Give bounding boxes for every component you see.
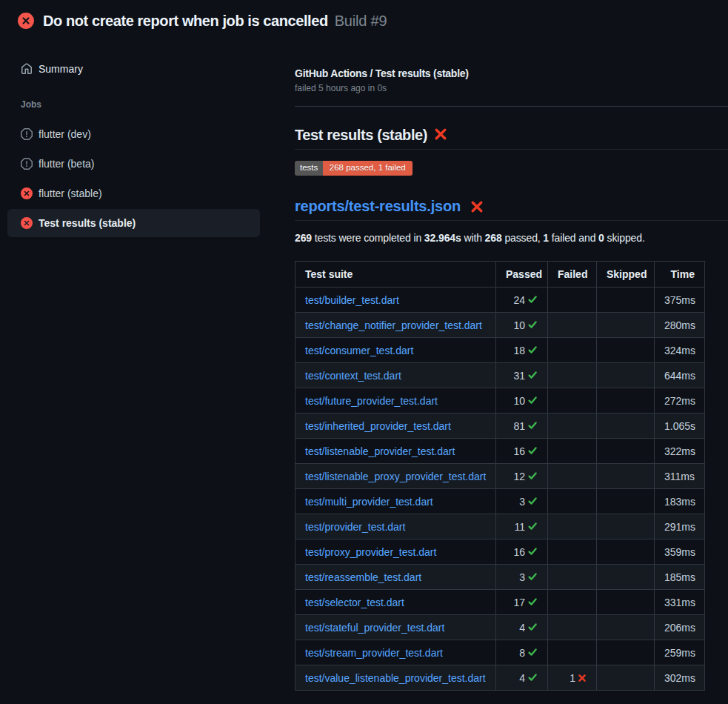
cell-test-suite: test/builder_test.dart [295,288,496,313]
table-row: test/change_notifier_provider_test.dart1… [295,313,705,338]
cell-test-suite: test/inherited_provider_test.dart [295,414,496,439]
test-suite-link[interactable]: test/value_listenable_provider_test.dart [305,672,486,684]
test-suite-link[interactable]: test/provider_test.dart [305,521,405,533]
check-icon [527,420,538,431]
cross-icon [578,674,587,683]
cell-skipped [597,414,655,439]
sidebar-job-item[interactable]: Test results (stable) [7,209,260,237]
cross-mark-icon [470,199,484,214]
check-icon [527,622,538,632]
sidebar-item-summary[interactable]: Summary [7,55,260,83]
home-icon [21,63,33,75]
cell-failed [548,464,597,489]
cell-test-suite: test/proxy_provider_test.dart [295,539,496,565]
cell-skipped [597,313,655,338]
check-icon [527,571,538,582]
cell-test-suite: test/stateful_provider_test.dart [295,615,496,640]
cell-skipped [597,565,655,590]
cell-skipped [597,640,655,665]
column-header-passed: Passed [496,262,548,288]
table-row: test/consumer_test.dart18324ms [295,338,705,363]
table-row: test/context_test.dart31644ms [295,363,705,388]
cell-skipped [597,514,655,539]
cell-test-suite: test/context_test.dart [295,363,496,388]
test-suite-link[interactable]: test/listenable_provider_test.dart [305,445,455,457]
test-suite-link[interactable]: test/listenable_proxy_provider_test.dart [305,471,486,482]
test-suite-link[interactable]: test/stream_provider_test.dart [305,647,443,659]
test-suite-link[interactable]: test/reassemble_test.dart [305,571,421,583]
cell-failed [548,439,597,464]
jobs-group-label: Jobs [21,99,41,110]
heading-border [295,149,728,150]
x-circle-fill-icon [21,187,33,199]
test-suite-link[interactable]: test/proxy_provider_test.dart [305,546,436,558]
table-row: test/reassemble_test.dart3185ms [295,565,705,590]
column-header-failed: Failed [548,262,597,288]
cell-passed: 24 [496,288,548,313]
cell-test-suite: test/change_notifier_provider_test.dart [295,313,496,338]
cell-failed [548,565,597,590]
cell-skipped [597,615,655,640]
cell-failed [548,615,597,640]
check-icon [527,471,538,481]
test-suite-link[interactable]: test/builder_test.dart [305,294,399,306]
test-suite-link[interactable]: test/consumer_test.dart [305,345,413,356]
test-suite-link[interactable]: test/multi_provider_test.dart [305,496,433,508]
check-icon [527,319,538,330]
report-file-link[interactable]: reports/test-results.json [295,198,461,215]
cell-test-suite: test/consumer_test.dart [295,338,496,363]
cell-skipped [597,665,655,691]
table-row: test/multi_provider_test.dart3183ms [295,489,705,514]
test-suite-link[interactable]: test/selector_test.dart [305,597,404,608]
table-row: test/proxy_provider_test.dart16359ms [295,539,705,565]
test-suite-link[interactable]: test/inherited_provider_test.dart [305,420,451,432]
cell-failed [548,288,597,313]
cell-failed [548,539,597,565]
cell-time: 302ms [655,665,705,691]
sidebar-item-label: Summary [39,63,83,75]
report-heading: reports/test-results.json [295,198,484,215]
cell-passed: 8 [496,640,548,665]
check-icon [527,672,538,683]
sidebar-job-label: Test results (stable) [39,217,136,229]
cell-test-suite: test/stream_provider_test.dart [295,640,496,665]
summary-number: 268 [485,232,502,244]
table-row: test/selector_test.dart17331ms [295,590,705,615]
cell-passed: 16 [496,539,548,565]
cell-time: 324ms [655,338,705,363]
summary-line: 269 tests were completed in 32.964s with… [295,232,645,244]
check-icon [527,345,538,355]
failed-status-icon [18,13,34,29]
test-suite-link[interactable]: test/change_notifier_provider_test.dart [305,319,482,331]
section-heading-text: Test results (stable) [295,127,427,144]
sidebar-job-item[interactable]: flutter (stable) [7,179,260,207]
sidebar-job-item[interactable]: flutter (beta) [7,150,260,178]
cell-passed: 4 [496,665,548,691]
cell-skipped [597,363,655,388]
cell-test-suite: test/value_listenable_provider_test.dart [295,665,496,691]
test-suite-link[interactable]: test/context_test.dart [305,370,401,382]
table-row: test/future_provider_test.dart10272ms [295,388,705,414]
cell-failed [548,489,597,514]
cell-failed [548,338,597,363]
cell-passed: 16 [496,439,548,464]
cell-time: 183ms [655,489,705,514]
table-body: test/builder_test.dart24375mstest/change… [295,288,705,691]
cell-test-suite: test/reassemble_test.dart [295,565,496,590]
table-row: test/provider_test.dart11291ms [295,514,705,539]
cell-failed [548,590,597,615]
table-row: test/stream_provider_test.dart8259ms [295,640,705,665]
test-suite-link[interactable]: test/stateful_provider_test.dart [305,622,444,634]
cell-failed: 1 [548,665,597,691]
table-row: test/builder_test.dart24375ms [295,288,705,313]
cell-time: 206ms [655,615,705,640]
summary-text: with [461,232,485,244]
table-row: test/listenable_provider_test.dart16322m… [295,439,705,464]
cell-time: 322ms [655,439,705,464]
sidebar-job-item[interactable]: flutter (dev) [7,120,260,148]
table-row: test/inherited_provider_test.dart811.065… [295,414,705,439]
summary-number: 1 [543,232,549,244]
check-icon [527,370,538,380]
cell-test-suite: test/provider_test.dart [295,514,496,539]
test-suite-link[interactable]: test/future_provider_test.dart [305,395,438,407]
